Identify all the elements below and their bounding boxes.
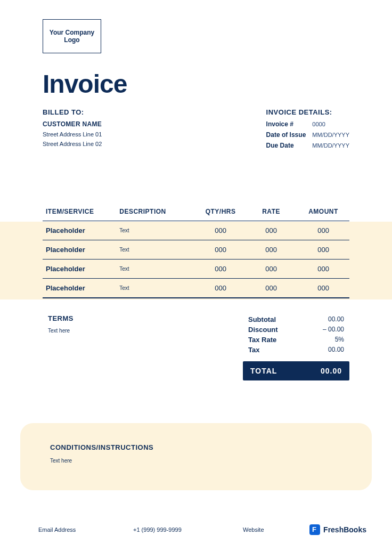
total-bar: TOTAL 00.00: [243, 361, 349, 380]
total-label: TOTAL: [250, 367, 277, 375]
invoice-number-label: Invoice #: [266, 120, 306, 128]
cell-amount: 000: [297, 279, 349, 298]
conditions-text: Text here: [50, 458, 342, 464]
page-title: Invoice: [43, 69, 349, 99]
date-of-issue-label: Date of Issue: [266, 131, 306, 139]
cell-description: Text: [116, 221, 196, 240]
col-amount: AMOUNT: [297, 204, 349, 221]
freshbooks-label: FreshBooks: [323, 525, 366, 534]
due-date-value: MM/DD/YYYY: [312, 142, 349, 149]
due-date-label: Due Date: [266, 142, 306, 149]
cell-qty: 000: [196, 221, 245, 240]
table-row: PlaceholderText000000000: [43, 260, 349, 279]
invoice-details-label: INVOICE DETAILS:: [266, 108, 349, 116]
company-logo-placeholder: Your Company Logo: [43, 19, 101, 53]
cell-amount: 000: [297, 240, 349, 260]
billed-to-block: BILLED TO: CUSTOMER NAME Street Address …: [43, 108, 102, 150]
col-rate: RATE: [245, 204, 297, 221]
tax-label: Tax: [248, 346, 259, 354]
cell-description: Text: [116, 240, 196, 260]
subtotal-label: Subtotal: [248, 315, 276, 323]
cell-rate: 000: [245, 260, 297, 279]
cell-rate: 000: [245, 240, 297, 260]
info-row: BILLED TO: CUSTOMER NAME Street Address …: [43, 108, 349, 150]
terms-block: TERMS Text here: [43, 314, 181, 380]
subtotal-value: 00.00: [328, 315, 344, 323]
table-row: PlaceholderText000000000: [43, 279, 349, 298]
cell-qty: 000: [196, 279, 245, 298]
totals-block: Subtotal 00.00 Discount – 00.00 Tax Rate…: [243, 314, 349, 380]
terms-label: TERMS: [48, 314, 181, 322]
invoice-number-value: 0000: [312, 121, 349, 127]
invoice-details-block: INVOICE DETAILS: Invoice # 0000 Date of …: [266, 108, 349, 150]
tax-value: 00.00: [328, 346, 344, 354]
address-line-1: Street Address Line 01: [43, 131, 102, 137]
cell-qty: 000: [196, 260, 245, 279]
col-item: ITEM/SERVICE: [43, 204, 116, 221]
date-of-issue-value: MM/DD/YYYY: [312, 132, 349, 138]
footer: Email Address +1 (999) 999-9999 Website …: [38, 524, 366, 535]
cell-item: Placeholder: [43, 221, 116, 240]
address-line-2: Street Address Line 02: [43, 141, 102, 147]
terms-text: Text here: [48, 328, 181, 334]
freshbooks-brand: FreshBooks: [309, 524, 366, 535]
conditions-label: CONDITIONS/INSTRUCTIONS: [50, 443, 342, 451]
discount-value: – 00.00: [323, 326, 344, 334]
customer-name: CUSTOMER NAME: [43, 120, 102, 128]
total-value: 00.00: [321, 367, 342, 375]
conditions-block: CONDITIONS/INSTRUCTIONS Text here: [20, 423, 372, 490]
footer-phone: +1 (999) 999-9999: [133, 526, 243, 533]
cell-item: Placeholder: [43, 240, 116, 260]
col-qty: QTY/HRS: [196, 204, 245, 221]
table-row: PlaceholderText000000000: [43, 240, 349, 260]
col-description: DESCRIPTION: [116, 204, 196, 221]
table-row: PlaceholderText000000000: [43, 221, 349, 240]
taxrate-value: 5%: [335, 336, 344, 344]
footer-email: Email Address: [38, 526, 133, 533]
discount-label: Discount: [248, 326, 278, 334]
line-items-table: ITEM/SERVICE DESCRIPTION QTY/HRS RATE AM…: [43, 204, 349, 298]
cell-description: Text: [116, 260, 196, 279]
company-logo-text: Your Company Logo: [43, 29, 101, 44]
cell-item: Placeholder: [43, 279, 116, 298]
cell-amount: 000: [297, 260, 349, 279]
freshbooks-icon: [309, 524, 320, 535]
table-header-row: ITEM/SERVICE DESCRIPTION QTY/HRS RATE AM…: [43, 204, 349, 221]
billed-to-label: BILLED TO:: [43, 108, 102, 116]
cell-rate: 000: [245, 279, 297, 298]
cell-amount: 000: [297, 221, 349, 240]
cell-qty: 000: [196, 240, 245, 260]
footer-website: Website: [243, 526, 309, 533]
cell-rate: 000: [245, 221, 297, 240]
cell-item: Placeholder: [43, 260, 116, 279]
taxrate-label: Tax Rate: [248, 336, 276, 344]
cell-description: Text: [116, 279, 196, 298]
